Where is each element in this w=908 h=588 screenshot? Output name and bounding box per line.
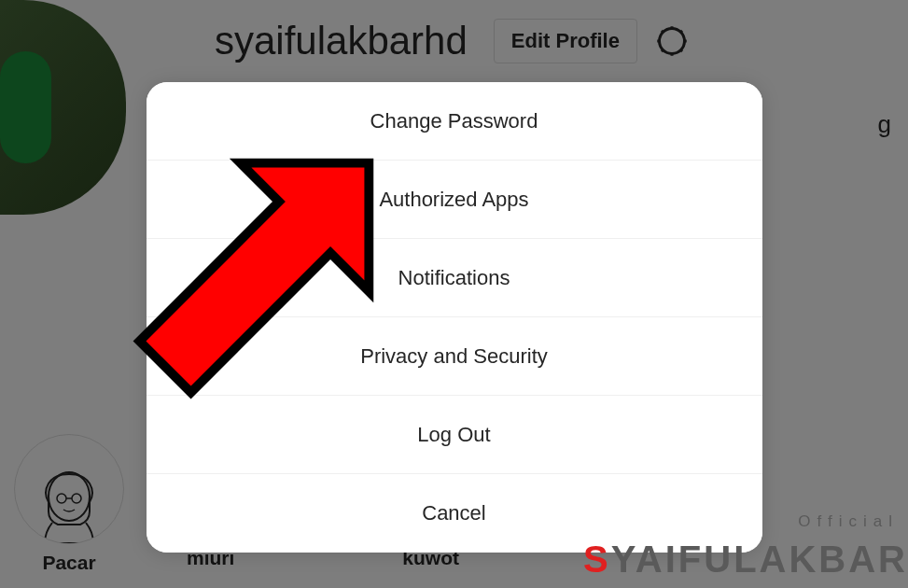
menu-authorized-apps[interactable]: Authorized Apps — [147, 161, 762, 239]
watermark-rest: YAIFULAKBAR — [611, 539, 908, 580]
watermark-official: Official — [798, 512, 899, 531]
menu-notifications[interactable]: Notifications — [147, 239, 762, 317]
watermark-s: S — [583, 539, 611, 580]
menu-log-out[interactable]: Log Out — [147, 396, 762, 474]
settings-modal: Change Password Authorized Apps Notifica… — [147, 82, 762, 553]
menu-change-password[interactable]: Change Password — [147, 82, 762, 161]
menu-privacy-security[interactable]: Privacy and Security — [147, 317, 762, 396]
watermark: Official SYAIFULAKBAR — [583, 539, 908, 581]
